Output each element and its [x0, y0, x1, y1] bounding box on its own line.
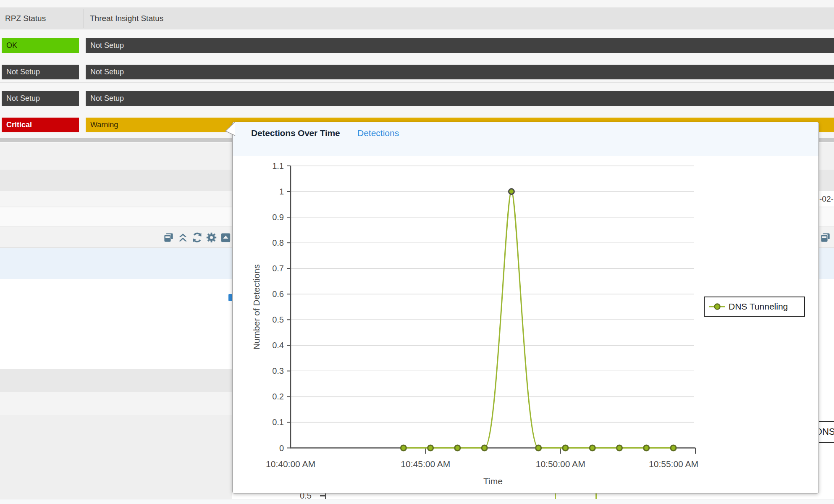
y-axis-labels: 00.10.20.30.40.50.60.70.80.911.1 — [272, 161, 291, 453]
column-header-rpz-status: RPZ Status — [5, 8, 81, 29]
svg-text:0.5: 0.5 — [272, 315, 284, 324]
collapse-all-icon[interactable] — [177, 231, 189, 244]
svg-text:0.6: 0.6 — [272, 289, 284, 299]
copy-icon[interactable] — [820, 231, 831, 244]
threat-insight-status-badge[interactable]: Not Setup — [86, 65, 834, 79]
panel-up-icon[interactable] — [220, 231, 231, 244]
svg-text:0: 0 — [279, 444, 284, 453]
y-axis-title: Number of Detections — [252, 264, 261, 349]
svg-text:1: 1 — [279, 187, 284, 196]
detections-popup: Detections Over Time Detections 00.10.20… — [232, 122, 819, 494]
y-gridlines — [291, 166, 694, 422]
threat-insight-status-badge[interactable]: Not Setup — [86, 91, 834, 106]
svg-text:1.1: 1.1 — [272, 161, 284, 171]
x-axis-title: Time — [483, 476, 503, 486]
rpz-status-badge[interactable]: OK — [2, 38, 79, 53]
svg-text:0.3: 0.3 — [272, 366, 284, 375]
settings-icon[interactable] — [206, 231, 217, 244]
column-header-threat-insight-status: Threat Insight Status — [90, 8, 258, 29]
copy-icon[interactable] — [163, 231, 174, 244]
dashboard-page: RPZ Status Threat Insight Status OK Not … — [0, 0, 834, 504]
widget-toolbar — [163, 231, 231, 244]
widget-toolbar-right — [820, 231, 834, 244]
status-table-header: RPZ Status Threat Insight Status — [0, 8, 834, 29]
svg-text:10:50:00 AM: 10:50:00 AM — [536, 459, 585, 469]
chart-legend[interactable]: DNS Tunneling — [704, 297, 805, 317]
rpz-status-badge[interactable]: Not Setup — [2, 91, 79, 106]
svg-text:0.9: 0.9 — [272, 213, 284, 222]
status-row-3[interactable]: Not Setup Not Setup — [0, 83, 834, 109]
x-axis-labels: 10:40:00 AM10:45:00 AM10:50:00 AM10:55:0… — [266, 448, 698, 469]
rpz-status-badge[interactable]: Not Setup — [2, 65, 79, 79]
popup-callout-arrow — [222, 119, 236, 139]
header-column-divider — [84, 9, 84, 28]
svg-text:0.8: 0.8 — [272, 238, 284, 247]
link-icon-fragment — [228, 294, 232, 301]
bottom-strip — [0, 499, 834, 504]
refresh-icon[interactable] — [191, 231, 203, 244]
svg-text:0.1: 0.1 — [272, 417, 284, 427]
status-row-1[interactable]: OK Not Setup — [0, 30, 834, 56]
status-table: RPZ Status Threat Insight Status OK Not … — [0, 0, 834, 143]
legend-series-label: DNS Tunneling — [729, 302, 788, 312]
svg-text:10:45:00 AM: 10:45:00 AM — [401, 459, 450, 469]
svg-text:10:55:00 AM: 10:55:00 AM — [649, 459, 698, 469]
svg-text:0.2: 0.2 — [272, 392, 284, 401]
rpz-status-badge[interactable]: Critical — [2, 118, 79, 132]
threat-insight-status-badge[interactable]: Not Setup — [86, 38, 834, 53]
legend-marker-icon — [708, 302, 726, 311]
svg-text:10:40:00 AM: 10:40:00 AM — [266, 459, 315, 469]
date-fragment: -02- — [819, 194, 834, 204]
status-row-2[interactable]: Not Setup Not Setup — [0, 56, 834, 83]
background-axis-tick — [320, 495, 325, 496]
svg-text:0.4: 0.4 — [272, 341, 284, 350]
svg-text:0.7: 0.7 — [272, 264, 284, 273]
